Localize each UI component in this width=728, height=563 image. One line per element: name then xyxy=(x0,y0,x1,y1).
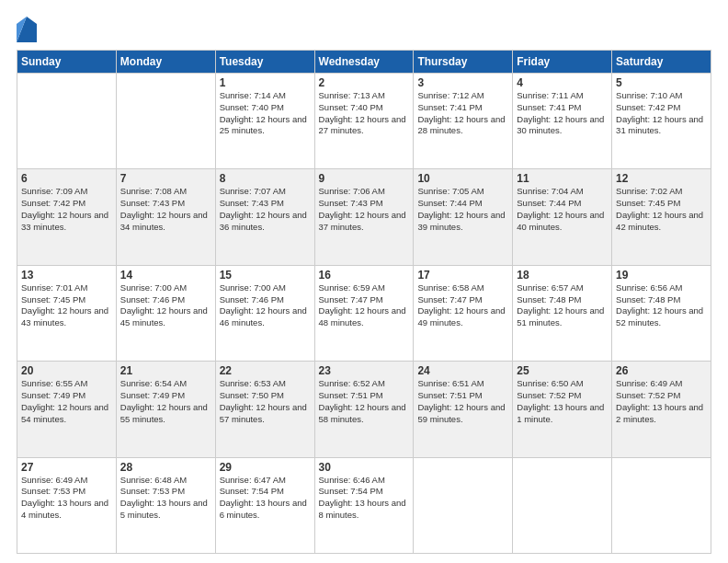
week-row-5: 27Sunrise: 6:49 AM Sunset: 7:53 PM Dayli… xyxy=(17,457,711,553)
calendar-cell: 29Sunrise: 6:47 AM Sunset: 7:54 PM Dayli… xyxy=(215,457,314,553)
day-number: 7 xyxy=(120,172,211,185)
day-number: 18 xyxy=(517,269,608,282)
day-number: 6 xyxy=(21,172,112,185)
calendar-cell: 21Sunrise: 6:54 AM Sunset: 7:49 PM Dayli… xyxy=(116,362,215,457)
day-number: 8 xyxy=(220,172,311,185)
day-info: Sunrise: 6:54 AM Sunset: 7:49 PM Dayligh… xyxy=(120,378,211,425)
weekday-header-saturday: Saturday xyxy=(612,51,711,74)
day-info: Sunrise: 6:47 AM Sunset: 7:54 PM Dayligh… xyxy=(220,475,311,522)
calendar-cell: 9Sunrise: 7:06 AM Sunset: 7:43 PM Daylig… xyxy=(314,169,414,265)
day-number: 26 xyxy=(616,364,707,377)
day-info: Sunrise: 6:50 AM Sunset: 7:52 PM Dayligh… xyxy=(517,378,608,425)
day-number: 9 xyxy=(319,172,410,185)
calendar-cell: 25Sunrise: 6:50 AM Sunset: 7:52 PM Dayli… xyxy=(513,362,612,457)
day-info: Sunrise: 6:51 AM Sunset: 7:51 PM Dayligh… xyxy=(417,378,508,425)
day-info: Sunrise: 7:00 AM Sunset: 7:46 PM Dayligh… xyxy=(220,282,311,329)
week-row-4: 20Sunrise: 6:55 AM Sunset: 7:49 PM Dayli… xyxy=(17,362,711,457)
day-number: 13 xyxy=(21,269,112,282)
calendar-cell: 10Sunrise: 7:05 AM Sunset: 7:44 PM Dayli… xyxy=(414,169,513,265)
week-row-1: 1Sunrise: 7:14 AM Sunset: 7:40 PM Daylig… xyxy=(17,74,711,169)
day-info: Sunrise: 7:07 AM Sunset: 7:43 PM Dayligh… xyxy=(220,186,311,233)
day-number: 2 xyxy=(319,76,410,89)
week-row-3: 13Sunrise: 7:01 AM Sunset: 7:45 PM Dayli… xyxy=(17,265,711,361)
calendar-cell: 16Sunrise: 6:59 AM Sunset: 7:47 PM Dayli… xyxy=(314,265,414,361)
day-number: 10 xyxy=(417,172,508,185)
day-number: 24 xyxy=(417,364,508,377)
weekday-header-wednesday: Wednesday xyxy=(314,51,414,74)
calendar-cell: 22Sunrise: 6:53 AM Sunset: 7:50 PM Dayli… xyxy=(215,362,314,457)
calendar-cell xyxy=(414,457,513,553)
day-number: 30 xyxy=(319,461,410,474)
calendar-cell: 23Sunrise: 6:52 AM Sunset: 7:51 PM Dayli… xyxy=(314,362,414,457)
day-number: 28 xyxy=(120,461,211,474)
day-info: Sunrise: 7:04 AM Sunset: 7:44 PM Dayligh… xyxy=(517,186,608,233)
day-info: Sunrise: 7:02 AM Sunset: 7:45 PM Dayligh… xyxy=(616,186,707,233)
day-number: 11 xyxy=(517,172,608,185)
calendar-cell: 1Sunrise: 7:14 AM Sunset: 7:40 PM Daylig… xyxy=(215,74,314,169)
weekday-header-sunday: Sunday xyxy=(17,51,117,74)
calendar-cell: 11Sunrise: 7:04 AM Sunset: 7:44 PM Dayli… xyxy=(513,169,612,265)
calendar-cell xyxy=(612,457,711,553)
day-number: 20 xyxy=(21,364,112,377)
calendar-cell: 18Sunrise: 6:57 AM Sunset: 7:48 PM Dayli… xyxy=(513,265,612,361)
weekday-header-friday: Friday xyxy=(513,51,612,74)
day-number: 27 xyxy=(21,461,112,474)
day-info: Sunrise: 6:53 AM Sunset: 7:50 PM Dayligh… xyxy=(220,378,311,425)
day-number: 16 xyxy=(319,269,410,282)
day-info: Sunrise: 7:05 AM Sunset: 7:44 PM Dayligh… xyxy=(417,186,508,233)
day-info: Sunrise: 7:12 AM Sunset: 7:41 PM Dayligh… xyxy=(417,90,508,137)
day-number: 5 xyxy=(616,76,707,89)
calendar-cell xyxy=(513,457,612,553)
day-number: 19 xyxy=(616,269,707,282)
day-number: 15 xyxy=(220,269,311,282)
day-number: 22 xyxy=(220,364,311,377)
day-info: Sunrise: 7:00 AM Sunset: 7:46 PM Dayligh… xyxy=(120,282,211,329)
day-info: Sunrise: 7:06 AM Sunset: 7:43 PM Dayligh… xyxy=(319,186,410,233)
day-number: 14 xyxy=(120,269,211,282)
week-row-2: 6Sunrise: 7:09 AM Sunset: 7:42 PM Daylig… xyxy=(17,169,711,265)
day-number: 3 xyxy=(417,76,508,89)
day-number: 29 xyxy=(220,461,311,474)
weekday-header-monday: Monday xyxy=(116,51,215,74)
calendar-cell: 15Sunrise: 7:00 AM Sunset: 7:46 PM Dayli… xyxy=(215,265,314,361)
calendar-cell: 6Sunrise: 7:09 AM Sunset: 7:42 PM Daylig… xyxy=(17,169,117,265)
day-info: Sunrise: 6:48 AM Sunset: 7:53 PM Dayligh… xyxy=(120,475,211,522)
day-info: Sunrise: 6:57 AM Sunset: 7:48 PM Dayligh… xyxy=(517,282,608,329)
calendar-cell: 5Sunrise: 7:10 AM Sunset: 7:42 PM Daylig… xyxy=(612,74,711,169)
day-info: Sunrise: 6:59 AM Sunset: 7:47 PM Dayligh… xyxy=(319,282,410,329)
day-number: 25 xyxy=(517,364,608,377)
calendar-cell: 4Sunrise: 7:11 AM Sunset: 7:41 PM Daylig… xyxy=(513,74,612,169)
logo-icon xyxy=(17,17,37,42)
day-info: Sunrise: 6:56 AM Sunset: 7:48 PM Dayligh… xyxy=(616,282,707,329)
day-info: Sunrise: 7:14 AM Sunset: 7:40 PM Dayligh… xyxy=(220,90,311,137)
day-info: Sunrise: 6:49 AM Sunset: 7:52 PM Dayligh… xyxy=(616,378,707,425)
day-info: Sunrise: 6:46 AM Sunset: 7:54 PM Dayligh… xyxy=(319,475,410,522)
calendar-cell: 28Sunrise: 6:48 AM Sunset: 7:53 PM Dayli… xyxy=(116,457,215,553)
day-info: Sunrise: 7:09 AM Sunset: 7:42 PM Dayligh… xyxy=(21,186,112,233)
calendar-cell: 3Sunrise: 7:12 AM Sunset: 7:41 PM Daylig… xyxy=(414,74,513,169)
day-info: Sunrise: 7:11 AM Sunset: 7:41 PM Dayligh… xyxy=(517,90,608,137)
calendar-cell: 17Sunrise: 6:58 AM Sunset: 7:47 PM Dayli… xyxy=(414,265,513,361)
day-number: 23 xyxy=(319,364,410,377)
day-number: 17 xyxy=(417,269,508,282)
calendar-cell: 26Sunrise: 6:49 AM Sunset: 7:52 PM Dayli… xyxy=(612,362,711,457)
logo xyxy=(17,17,39,42)
calendar-table: SundayMondayTuesdayWednesdayThursdayFrid… xyxy=(17,50,711,554)
day-number: 12 xyxy=(616,172,707,185)
calendar-cell: 2Sunrise: 7:13 AM Sunset: 7:40 PM Daylig… xyxy=(314,74,414,169)
day-info: Sunrise: 7:08 AM Sunset: 7:43 PM Dayligh… xyxy=(120,186,211,233)
calendar-cell: 24Sunrise: 6:51 AM Sunset: 7:51 PM Dayli… xyxy=(414,362,513,457)
weekday-header-thursday: Thursday xyxy=(414,51,513,74)
day-info: Sunrise: 7:01 AM Sunset: 7:45 PM Dayligh… xyxy=(21,282,112,329)
day-info: Sunrise: 6:52 AM Sunset: 7:51 PM Dayligh… xyxy=(319,378,410,425)
calendar-cell: 12Sunrise: 7:02 AM Sunset: 7:45 PM Dayli… xyxy=(612,169,711,265)
calendar-cell xyxy=(116,74,215,169)
day-info: Sunrise: 7:10 AM Sunset: 7:42 PM Dayligh… xyxy=(616,90,707,137)
calendar-cell: 20Sunrise: 6:55 AM Sunset: 7:49 PM Dayli… xyxy=(17,362,117,457)
calendar-cell: 27Sunrise: 6:49 AM Sunset: 7:53 PM Dayli… xyxy=(17,457,117,553)
weekday-header-row: SundayMondayTuesdayWednesdayThursdayFrid… xyxy=(17,51,711,74)
calendar-cell xyxy=(17,74,117,169)
calendar-cell: 14Sunrise: 7:00 AM Sunset: 7:46 PM Dayli… xyxy=(116,265,215,361)
weekday-header-tuesday: Tuesday xyxy=(215,51,314,74)
day-number: 21 xyxy=(120,364,211,377)
